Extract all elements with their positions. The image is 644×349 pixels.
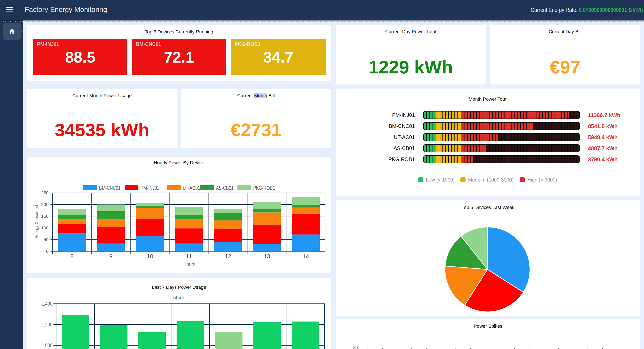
svg-text:8: 8 xyxy=(70,253,74,260)
svg-text:10: 10 xyxy=(146,253,153,260)
svg-text:Hours: Hours xyxy=(183,261,195,267)
svg-text:250: 250 xyxy=(41,190,48,195)
svg-text:200: 200 xyxy=(41,202,48,207)
svg-text:9: 9 xyxy=(109,253,113,260)
svg-text:50: 50 xyxy=(44,237,48,242)
svg-text:150: 150 xyxy=(41,214,48,219)
svg-text:130: 130 xyxy=(350,345,358,349)
svg-text:0: 0 xyxy=(46,249,48,254)
svg-text:11: 11 xyxy=(186,253,192,260)
svg-text:13: 13 xyxy=(264,253,270,260)
svg-text:Energy Consumed: Energy Consumed xyxy=(34,205,39,238)
svg-text:1,200: 1,200 xyxy=(42,322,52,328)
svg-text:1,400: 1,400 xyxy=(42,301,52,307)
svg-text:1,000: 1,000 xyxy=(42,343,52,349)
svg-text:100: 100 xyxy=(41,225,48,230)
svg-text:12: 12 xyxy=(224,253,231,260)
svg-text:14: 14 xyxy=(302,253,309,260)
